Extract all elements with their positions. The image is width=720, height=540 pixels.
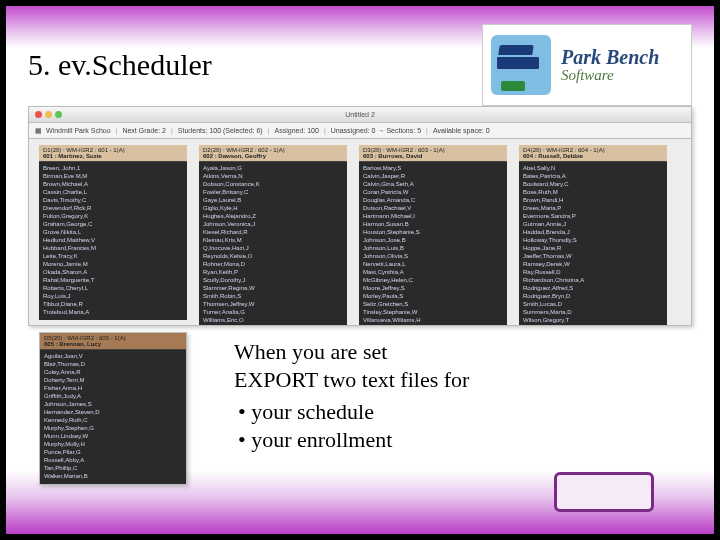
list-item[interactable]: Rodriguez,Bryn,D [523, 292, 663, 300]
list-item[interactable]: Ryan,Keith,P [203, 268, 343, 276]
list-item[interactable]: Dobson,Constance,K [203, 180, 343, 188]
list-item[interactable]: Moore,Jeffrey,S [363, 284, 503, 292]
list-item[interactable]: Fulton,Gregory,K [43, 212, 183, 220]
section-panel-2[interactable]: D2(20) : WM-IGR2 : 602 - 1(A) 602 : Daws… [199, 145, 347, 326]
list-item[interactable]: Hernandez,Steven,D [44, 408, 182, 416]
list-item[interactable]: Johnson,Veronica,J [203, 220, 343, 228]
list-item[interactable]: Wilson,Gregory,T [523, 316, 663, 324]
list-item[interactable]: Ponce,Pilar,G [44, 448, 182, 456]
list-item[interactable]: Mast,Cynthia,A [363, 268, 503, 276]
list-item[interactable]: Hubbard,Frances,M [43, 244, 183, 252]
minimize-icon[interactable] [45, 111, 52, 118]
toolbar-icon[interactable]: ▦ [35, 127, 42, 135]
window-controls[interactable] [35, 111, 62, 118]
list-item[interactable]: Morley,Paula,S [363, 292, 503, 300]
list-item[interactable]: Cassin,Charlie,L [43, 188, 183, 196]
list-item[interactable]: Roberts,Cheryl,L [43, 284, 183, 292]
list-item[interactable]: Drees,Maria,P [523, 204, 663, 212]
list-item[interactable]: Q,Inocove,Hazi,J [203, 244, 343, 252]
section-panel-4[interactable]: D4(20) : WM-IGR2 : 604 - 1(A) 604 : Russ… [519, 145, 667, 326]
list-item[interactable]: Ray,Russell,D [523, 268, 663, 276]
list-item[interactable]: Seltz,Gretchen,S [363, 300, 503, 308]
list-item[interactable]: Ramsey,Derek,W [523, 260, 663, 268]
list-item[interactable]: Breen, John,1 [43, 164, 183, 172]
list-item[interactable]: Graham,George,C [43, 220, 183, 228]
list-item[interactable]: Bose,Ruth,M [523, 188, 663, 196]
list-item[interactable]: Smith,Robin,S [203, 292, 343, 300]
list-item[interactable]: Munn,Lindsey,W [44, 432, 182, 440]
list-item[interactable]: Rahal,Marguerite,T [43, 276, 183, 284]
list-item[interactable]: Rohner,Mona,D [203, 260, 343, 268]
list-item[interactable]: Slammer,Regina,W [203, 284, 343, 292]
list-item[interactable]: Calvin,Jasper,R [363, 172, 503, 180]
zoom-icon[interactable] [55, 111, 62, 118]
list-item[interactable]: Barlow,Mary,S [363, 164, 503, 172]
list-item[interactable]: Blair,Thomas,D [44, 360, 182, 368]
list-item[interactable]: Rodriguez,Alfred,S [523, 284, 663, 292]
list-item[interactable]: Moreno,Jamie,M [43, 260, 183, 268]
list-item[interactable]: Gaye,Laurel,B [203, 196, 343, 204]
close-icon[interactable] [35, 111, 42, 118]
list-item[interactable]: Williams,Eric,O [203, 316, 343, 324]
list-item[interactable]: Brown,Randi,H [523, 196, 663, 204]
list-item[interactable]: Giglio,Kyle,H [203, 204, 343, 212]
list-item[interactable]: Boulward,Mary,C [523, 180, 663, 188]
list-item[interactable]: Russell,Abby,A [44, 456, 182, 464]
section-panel-5[interactable]: D5(20) : WM-IGR2 : 605 - 1(A) 605 : Bren… [39, 332, 187, 485]
list-item[interactable]: Ayala,Jason,G [203, 164, 343, 172]
list-item[interactable]: Grove,Nikita,L [43, 228, 183, 236]
list-item[interactable]: Dutson,Rachael,V [363, 204, 503, 212]
list-item[interactable]: Murphy,Molly,H [44, 440, 182, 448]
list-item[interactable]: Tibbot,Diane,R [43, 300, 183, 308]
list-item[interactable]: Johnson,James,S [44, 400, 182, 408]
list-item[interactable]: Jaeffer,Thomas,W [523, 252, 663, 260]
list-item[interactable]: Harmon,Susan,B [363, 220, 503, 228]
list-item[interactable]: Trotebud,Maria,A [43, 308, 183, 316]
list-item[interactable]: Hoppe,Jane,R [523, 244, 663, 252]
list-item[interactable]: Turner,Analia,G [203, 308, 343, 316]
list-item[interactable]: Summers,Marta,D [523, 308, 663, 316]
list-item[interactable]: Aguilar,Joan,V [44, 352, 182, 360]
list-item[interactable]: Dievendorf,Rick,R [43, 204, 183, 212]
list-item[interactable]: Murphy,Stephen,G [44, 424, 182, 432]
list-item[interactable]: Reynolds,Kelsie,O [203, 252, 343, 260]
list-item[interactable]: Hughes,Alejandro,Z [203, 212, 343, 220]
list-item[interactable]: Calvin,Gina,Seth,A [363, 180, 503, 188]
list-item[interactable]: Davis,Timothy,C [43, 196, 183, 204]
list-item[interactable]: Gutman,Annie,J [523, 220, 663, 228]
list-item[interactable]: Coley,Anna,R [44, 368, 182, 376]
list-item[interactable]: Evermore,Sandra,P [523, 212, 663, 220]
list-item[interactable]: Houston,Stephanie,S [363, 228, 503, 236]
list-item[interactable]: Walker,Marian,B [44, 472, 182, 480]
list-item[interactable]: Smith,Lucas,D [523, 300, 663, 308]
list-item[interactable]: Abel,Sally,N [523, 164, 663, 172]
list-item[interactable]: Okada,Sharon,A [43, 268, 183, 276]
list-item[interactable]: Villanueva,Williams,H [363, 316, 503, 324]
list-item[interactable]: Doherty,Terri,M [44, 376, 182, 384]
list-item[interactable]: Hartmann,Michael,I [363, 212, 503, 220]
section-panel-1[interactable]: D1(20) : WM-IGR2 : 601 - 1(A) 601 : Mart… [39, 145, 187, 320]
list-item[interactable]: Johnson,Olivia,S [363, 252, 503, 260]
list-item[interactable]: Johnson,Jose,B [363, 236, 503, 244]
list-item[interactable]: Kleinau,Kris,M [203, 236, 343, 244]
list-item[interactable]: Holloway,Thursdly,S [523, 236, 663, 244]
list-item[interactable]: Haddad,Brenda,J [523, 228, 663, 236]
list-item[interactable]: Bates,Patricia,A [523, 172, 663, 180]
list-item[interactable]: Coran,Patricia,W [363, 188, 503, 196]
list-item[interactable]: Thomsen,Jeffrey,W [203, 300, 343, 308]
list-item[interactable]: Brown,Michael,A [43, 180, 183, 188]
list-item[interactable]: Douglas,Amanda,C [363, 196, 503, 204]
list-item[interactable]: Scully,Dorothy,J [203, 276, 343, 284]
list-item[interactable]: Kiesel,Richard,R [203, 228, 343, 236]
list-item[interactable]: Tinsley,Stephanie,W [363, 308, 503, 316]
list-item[interactable]: McGibney,Helen,C [363, 276, 503, 284]
list-item[interactable]: Hedlund,Matthew,V [43, 236, 183, 244]
list-item[interactable]: Tan,Phillip,C [44, 464, 182, 472]
section-panel-3[interactable]: D3(20) : WM-IGR2 : 603 - 1(A) 603 : Burr… [359, 145, 507, 326]
list-item[interactable]: Johnson,Luis,B [363, 244, 503, 252]
list-item[interactable]: Griffith,Judy,A [44, 392, 182, 400]
list-item[interactable]: Birman,Eve M,M [43, 172, 183, 180]
list-item[interactable]: Kennedy,Ruth,C [44, 416, 182, 424]
list-item[interactable]: Richardson,Christina,A [523, 276, 663, 284]
list-item[interactable]: Roy,Luis,J [43, 292, 183, 300]
